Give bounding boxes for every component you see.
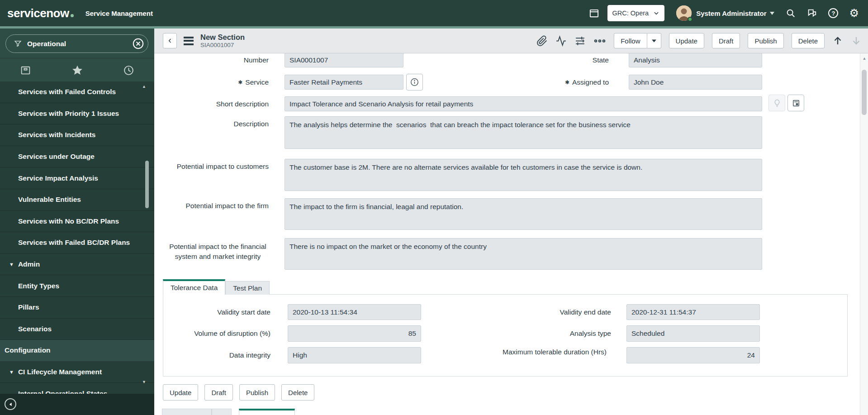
data-integrity-label: Data integrity: [163, 347, 270, 363]
main-scrollbar-thumb[interactable]: [862, 70, 867, 115]
logo-text: servicenow: [7, 6, 69, 20]
sidebar-item-scenarios[interactable]: Scenarios: [0, 319, 154, 340]
draft-button[interactable]: Draft: [712, 33, 740, 48]
history-icon: [123, 65, 134, 76]
header-actions: GRC: Opera System Administrator: [589, 5, 868, 21]
user-name: System Administrator: [696, 10, 766, 17]
short-description-field[interactable]: Impact Tolerance and Scenario Analysis f…: [285, 96, 762, 111]
tab-tolerance-data[interactable]: Tolerance Data: [163, 279, 225, 295]
tab-history[interactable]: [103, 65, 154, 76]
footer-publish-button[interactable]: Publish: [239, 384, 275, 401]
activity-stream-button[interactable]: [555, 35, 567, 47]
sidebar-section-configuration[interactable]: Configuration: [0, 340, 154, 362]
required-marker: ✱: [238, 79, 242, 86]
presence-available-dot: [688, 17, 693, 22]
sidebar-item-services-with-failed-bcdr-plans[interactable]: Services with Failed BC/DR Plans: [0, 232, 154, 254]
previous-record-button[interactable]: [832, 35, 843, 47]
navigator-tabs: [0, 59, 154, 81]
delete-button[interactable]: Delete: [792, 33, 825, 48]
follow-button[interactable]: Follow: [614, 33, 647, 48]
sidebar-group-admin[interactable]: ▼Admin: [0, 254, 154, 276]
sidebar-item-services-under-outage[interactable]: Services under Outage: [0, 146, 154, 168]
validity-start-field[interactable]: 2020-10-13 11:54:34: [288, 304, 421, 320]
service-field[interactable]: Faster Retail Payments: [285, 75, 403, 90]
impact-firm-label: Potential impact to the firm: [154, 202, 269, 210]
sidebar-item-services-with-no-bcdr-plans[interactable]: Services with No BC/DR Plans: [0, 211, 154, 233]
application-navigator: Operational Services with Failed Co: [0, 29, 154, 415]
settings-button[interactable]: ⚙: [849, 8, 859, 19]
personalize-form-button[interactable]: [574, 35, 586, 47]
next-record-button[interactable]: [851, 35, 862, 47]
global-search-button[interactable]: [786, 8, 796, 18]
sidebar-item-entity-types[interactable]: Entity Types: [0, 275, 154, 297]
footer-delete-button[interactable]: Delete: [281, 384, 314, 401]
sidebar-item-services-with-incidents[interactable]: Services with Incidents: [0, 124, 154, 146]
main-scrollbar[interactable]: ▲: [860, 53, 868, 415]
chevron-left-icon: [167, 37, 173, 44]
volume-disruption-field[interactable]: 85: [288, 325, 421, 342]
assigned-to-field[interactable]: John Doe: [629, 75, 762, 90]
impact-financial-system-field[interactable]: There is no impact on the market or the …: [285, 238, 762, 270]
gear-icon: ⚙: [849, 8, 859, 19]
publish-button[interactable]: Publish: [748, 33, 783, 48]
analysis-type-field[interactable]: Scheduled: [626, 325, 760, 342]
back-button[interactable]: [163, 33, 177, 48]
sidebar-scroll-down[interactable]: ▼: [142, 380, 146, 384]
paperclip-icon: [536, 35, 548, 47]
description-field[interactable]: The analysis helps determine the scenari…: [285, 116, 762, 149]
sidebar-item-services-with-failed-controls[interactable]: Services with Failed Controls: [0, 81, 154, 103]
service-info-button[interactable]: [406, 74, 423, 91]
data-integrity-field[interactable]: High: [288, 347, 421, 363]
update-button[interactable]: Update: [669, 33, 704, 48]
number-field[interactable]: SIA0001007: [285, 53, 403, 67]
sidebar-item-services-with-priority-1-issues[interactable]: Services with Priority 1 Issues: [0, 103, 154, 125]
sidebar-item-vulnerable-entities[interactable]: Vulnerable Entities: [0, 189, 154, 211]
sidebar-scrollbar-thumb[interactable]: [145, 161, 149, 208]
collapse-sidebar-button[interactable]: [5, 398, 16, 410]
user-menu[interactable]: System Administrator: [696, 10, 775, 17]
record-tab-strip: Tolerance Data Test Plan: [163, 279, 270, 295]
validity-end-field[interactable]: 2020-12-31 11:54:37: [626, 304, 760, 320]
search-knowledge-button[interactable]: [787, 95, 804, 111]
footer-update-button[interactable]: Update: [163, 384, 198, 401]
app-window-button[interactable]: [589, 8, 599, 19]
sidebar-scroll-up[interactable]: ▲: [142, 84, 146, 89]
impact-firm-field[interactable]: The impact to the firm is financial, lea…: [285, 198, 762, 230]
tab-test-plan[interactable]: Test Plan: [225, 281, 270, 295]
more-options-button[interactable]: [593, 35, 606, 47]
scroll-up-arrow[interactable]: ▲: [860, 56, 868, 61]
user-avatar[interactable]: [676, 5, 692, 21]
application-scope-select[interactable]: GRC: Opera: [607, 5, 665, 21]
volume-disruption-label: Volume of disruption (%): [163, 325, 270, 342]
search-icon: [786, 8, 796, 18]
chevron-down-icon: [769, 11, 775, 15]
follow-split-button: Follow: [614, 33, 661, 48]
clear-filter-button[interactable]: [132, 38, 144, 50]
follow-dropdown-button[interactable]: [647, 33, 661, 48]
filter-funnel-icon: [14, 40, 22, 48]
chevron-down-icon: [653, 10, 659, 16]
impact-financial-system-label: Potential impact to the financial system…: [167, 238, 269, 262]
sidebar-item-service-impact-analysis[interactable]: Service Impact Analysis: [0, 167, 154, 189]
form-context-menu-button[interactable]: [184, 37, 194, 45]
help-button[interactable]: ?: [828, 8, 838, 18]
tab-all-applications[interactable]: [0, 65, 52, 76]
sidebar-group-ci-lifecycle-management[interactable]: ▼CI Lifecycle Management: [0, 362, 154, 383]
tab-favorites[interactable]: [52, 64, 103, 76]
related-list-tab-2[interactable]: [212, 409, 232, 415]
servicenow-logo[interactable]: servicenow: [7, 6, 74, 20]
number-label: Number: [154, 53, 269, 67]
impact-customers-field[interactable]: The customer base is 2M. There are no al…: [285, 159, 762, 191]
related-list-tab-1[interactable]: [162, 409, 212, 415]
footer-draft-button[interactable]: Draft: [204, 384, 233, 401]
related-list-tab-3[interactable]: [239, 409, 295, 415]
connect-chat-button[interactable]: [806, 8, 817, 18]
state-field[interactable]: Analysis: [629, 53, 762, 67]
navigator-filter-input[interactable]: Operational: [5, 34, 148, 53]
sidebar-item-pillars[interactable]: Pillars: [0, 297, 154, 319]
max-tolerable-duration-field[interactable]: 24: [626, 347, 760, 363]
short-description-label: Short description: [154, 96, 269, 111]
attachments-button[interactable]: [536, 35, 548, 47]
activity-pulse-icon: [555, 35, 567, 47]
suggestion-button[interactable]: [768, 95, 785, 111]
